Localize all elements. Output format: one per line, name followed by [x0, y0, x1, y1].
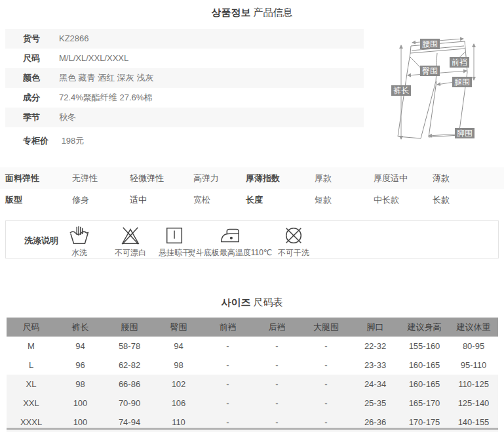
size-cell: 110-125	[449, 375, 498, 394]
care-caption: 不可干洗	[271, 247, 317, 258]
iron-icon	[220, 225, 241, 246]
product-info-label: 颜色	[23, 68, 59, 88]
size-cell: 155-160	[400, 337, 449, 356]
price-value: 198元	[62, 136, 85, 146]
size-column-header: 尺码	[7, 318, 56, 337]
attribute-option: 短款	[315, 189, 332, 211]
size-cell: L	[7, 356, 56, 375]
attribute-option-selected: 适中	[130, 189, 147, 211]
size-cell: -	[203, 375, 252, 394]
size-cell: M	[7, 337, 56, 356]
attribute-option-selected: 长款	[433, 189, 450, 211]
size-cell: -	[203, 394, 252, 413]
product-info-row: 季节秋冬	[5, 108, 364, 127]
size-chart-bottom-border	[7, 428, 498, 430]
product-info-label: 尺码	[23, 49, 59, 68]
attribute-category-label: 长度	[246, 189, 263, 211]
care-caption: 不可漂白	[104, 247, 157, 258]
product-info-label: 货号	[23, 29, 59, 49]
product-info-label: 季节	[23, 108, 59, 127]
product-info-row: 成分72.4%聚酯纤维 27.6%棉	[5, 88, 364, 108]
attribute-option: 厚度适中	[374, 167, 408, 189]
size-cell: 165-170	[400, 394, 449, 413]
size-cell: 24-34	[351, 375, 400, 394]
product-info-title-zh: 产品信息	[254, 7, 293, 18]
attribute-option: 修身	[72, 189, 89, 211]
size-table-row: XL9866-86102---24-34160-165110-125	[7, 375, 498, 394]
hem-label: 脚围	[455, 128, 475, 138]
size-cell: 100	[56, 394, 105, 413]
size-column-header: 裤长	[56, 318, 105, 337]
product-info-value: 72.4%聚酯纤维 27.6%棉	[59, 93, 152, 102]
product-info-value: 黑色 藏青 酒红 深灰 浅灰	[59, 73, 153, 83]
care-item: 不可干洗	[271, 225, 317, 258]
thigh-label: 腿围	[452, 77, 472, 87]
size-cell: 23-33	[351, 356, 400, 375]
size-cell: 160-165	[400, 375, 449, 394]
size-cell: 95-110	[449, 356, 498, 375]
size-cell: 96	[56, 356, 105, 375]
care-item: 熨斗底板最高温度110℃	[184, 225, 276, 258]
attribute-category-label: 厚薄指数	[246, 167, 280, 189]
attribute-category-label: 版型	[5, 189, 22, 211]
care-item: 水洗	[56, 225, 102, 258]
attribute-option: 无弹性	[72, 167, 98, 189]
attribute-option-selected: 轻微弹性	[130, 167, 164, 189]
hand-wash-icon	[69, 225, 90, 246]
product-info-value: 秋冬	[59, 112, 76, 122]
product-info-title-ko: 상품정보	[211, 7, 250, 18]
pants-measurement-diagram: 腰围 前裆 臀围 腿围 裤长 脚围	[390, 28, 501, 146]
size-cell: 62-82	[105, 356, 154, 375]
product-info-value: M/L/XL/XXL/XXXL	[59, 53, 128, 63]
attribute-option-selected: 薄款	[433, 167, 450, 189]
size-chart-title-zh: 尺码表	[254, 297, 283, 308]
size-cell: -	[301, 337, 351, 356]
size-cell: -	[203, 356, 252, 375]
size-cell: 94	[154, 337, 203, 356]
product-info-row: 颜色黑色 藏青 酒红 深灰 浅灰	[5, 68, 364, 88]
size-table-row: L9662-8298---23-33160-16595-110	[7, 356, 498, 375]
size-chart-title: 사이즈 尺码表	[0, 297, 504, 309]
product-info-table: 货号KZ2866尺码M/L/XL/XXL/XXXL颜色黑色 藏青 酒红 深灰 浅…	[5, 29, 364, 127]
size-cell: XXL	[7, 394, 56, 413]
size-cell: 80-95	[449, 337, 498, 356]
attribute-option: 中长款	[374, 189, 399, 211]
care-instructions-label: 洗涤说明	[24, 235, 58, 247]
size-column-header: 脚口	[351, 318, 400, 337]
size-chart-title-ko: 사이즈	[221, 297, 250, 308]
size-table-row: XXL10070-90106---25-35165-170125-140	[7, 394, 498, 413]
no-dry-clean-icon	[283, 225, 304, 246]
size-chart-body: M9458-7894---22-32155-16080-95L9662-8298…	[7, 337, 498, 432]
size-chart-table: 尺码裤长腰围臀围前裆后裆大腿围脚口建议身高建议体重 M9458-7894---2…	[7, 318, 498, 432]
attribute-row-1: 面料弹性无弹性轻微弹性高弹力厚薄指数厚款厚度适中薄款	[0, 167, 504, 189]
price-label: 专柜价	[23, 131, 59, 151]
product-info-row: 尺码M/L/XL/XXL/XXXL	[5, 49, 364, 68]
size-cell: -	[301, 394, 351, 413]
product-info-title: 상품정보 产品信息	[0, 7, 504, 19]
size-cell: -	[252, 375, 301, 394]
size-cell: -	[252, 394, 301, 413]
attribute-category-label: 面料弹性	[5, 167, 39, 189]
size-cell: -	[252, 337, 301, 356]
product-info-row: 货号KZ2866	[5, 29, 364, 49]
size-cell: 106	[154, 394, 203, 413]
care-item: 不可漂白	[104, 225, 157, 258]
size-cell: XL	[7, 375, 56, 394]
attribute-option: 宽松	[193, 189, 210, 211]
size-cell: 160-165	[400, 356, 449, 375]
size-cell: 58-78	[105, 337, 154, 356]
size-cell: -	[301, 375, 351, 394]
size-column-header: 建议体重	[449, 318, 498, 337]
size-cell: 102	[154, 375, 203, 394]
size-column-header: 臀围	[154, 318, 203, 337]
size-column-header: 后裆	[252, 318, 301, 337]
care-caption: 熨斗底板最高温度110℃	[184, 247, 276, 258]
fabric-attribute-table: 面料弹性无弹性轻微弹性高弹力厚薄指数厚款厚度适中薄款 版型修身适中宽松长度短款中…	[0, 167, 504, 211]
waist-label: 腰围	[420, 39, 440, 49]
size-cell: 25-35	[351, 394, 400, 413]
care-caption: 水洗	[56, 247, 102, 258]
attribute-row-2: 版型修身适中宽松长度短款中长款长款	[0, 189, 504, 211]
attribute-option: 厚款	[315, 167, 332, 189]
size-cell: 98	[56, 375, 105, 394]
product-info-label: 成分	[23, 88, 59, 108]
